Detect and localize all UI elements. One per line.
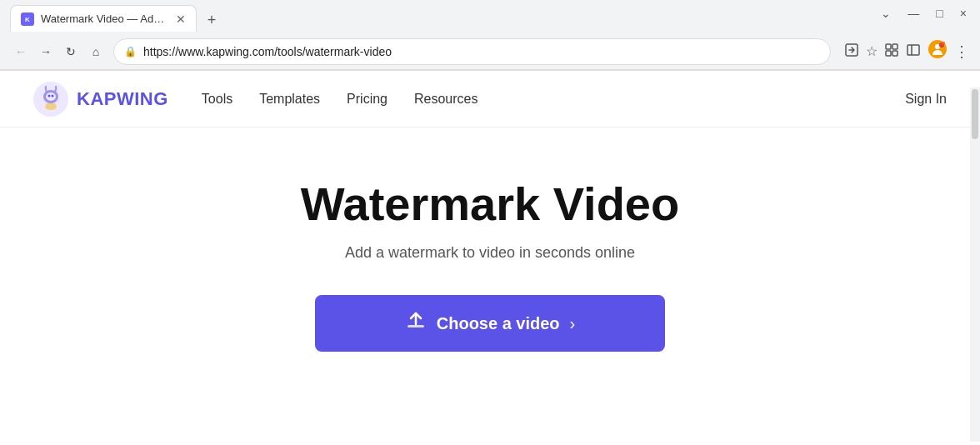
svg-rect-19 bbox=[408, 325, 424, 328]
tab-bar: K Watermark Video — Add Wat… ✕ + bbox=[7, 2, 223, 32]
new-tab-button[interactable]: + bbox=[200, 8, 223, 32]
upload-icon bbox=[405, 310, 427, 337]
svg-rect-7 bbox=[908, 45, 919, 55]
svg-point-17 bbox=[52, 94, 54, 97]
svg-rect-4 bbox=[892, 44, 898, 49]
hero-subtitle: Add a watermark to video in seconds onli… bbox=[345, 244, 635, 262]
tab-title: Watermark Video — Add Wat… bbox=[41, 12, 166, 25]
address-actions: ☆ bbox=[844, 39, 970, 63]
address-bar-row: ← → ↻ ⌂ 🔒 https://www.kapwing.com/tools/… bbox=[0, 33, 980, 70]
back-button[interactable]: ← bbox=[10, 41, 32, 62]
browser-titlebar: ⌄ — □ × K Watermark Video — Add Wat… ✕ + bbox=[0, 0, 980, 33]
logo-link[interactable]: KAPWING bbox=[33, 82, 168, 117]
svg-point-15 bbox=[46, 92, 56, 101]
close-button[interactable]: × bbox=[960, 7, 967, 20]
svg-rect-5 bbox=[886, 51, 891, 56]
extension-puzzle-icon[interactable] bbox=[884, 42, 899, 61]
maximize-button[interactable]: □ bbox=[936, 7, 942, 20]
browser-chrome: ⌄ — □ × K Watermark Video — Add Wat… ✕ +… bbox=[0, 0, 980, 71]
nav-buttons: ← → ↻ ⌂ bbox=[10, 41, 107, 62]
tab-favicon: K bbox=[21, 12, 34, 26]
chevron-right-icon: › bbox=[570, 314, 576, 333]
nav-links: Tools Templates Pricing Resources bbox=[202, 92, 478, 107]
home-button[interactable]: ⌂ bbox=[85, 41, 107, 62]
lock-icon: 🔒 bbox=[124, 46, 137, 58]
logo-text: KAPWING bbox=[77, 88, 168, 110]
bookmark-icon[interactable]: ☆ bbox=[866, 43, 878, 59]
nav-link-templates[interactable]: Templates bbox=[259, 92, 320, 107]
logo-icon bbox=[33, 82, 68, 117]
sidebar-icon[interactable] bbox=[906, 42, 921, 61]
svg-point-12 bbox=[942, 42, 945, 45]
svg-text:K: K bbox=[25, 16, 30, 23]
share-icon[interactable] bbox=[844, 42, 859, 61]
scrollbar-thumb[interactable] bbox=[972, 89, 978, 139]
svg-point-16 bbox=[48, 94, 51, 97]
navbar: KAPWING Tools Templates Pricing Resource… bbox=[0, 71, 980, 128]
chevron-down-icon[interactable]: ⌄ bbox=[881, 7, 891, 20]
tab-close-button[interactable]: ✕ bbox=[176, 12, 186, 26]
profile-avatar[interactable] bbox=[928, 39, 948, 63]
svg-rect-3 bbox=[886, 44, 891, 49]
cta-label: Choose a video bbox=[437, 314, 560, 333]
hero-title: Watermark Video bbox=[301, 178, 679, 231]
nav-link-resources[interactable]: Resources bbox=[414, 92, 478, 107]
active-tab[interactable]: K Watermark Video — Add Wat… ✕ bbox=[10, 5, 197, 32]
nav-link-tools[interactable]: Tools bbox=[202, 92, 232, 107]
reload-button[interactable]: ↻ bbox=[60, 41, 82, 62]
forward-button[interactable]: → bbox=[35, 41, 57, 62]
nav-link-pricing[interactable]: Pricing bbox=[347, 92, 388, 107]
svg-rect-6 bbox=[892, 51, 898, 56]
minimize-button[interactable]: — bbox=[908, 7, 919, 20]
page-content: KAPWING Tools Templates Pricing Resource… bbox=[0, 71, 980, 385]
scrollbar[interactable] bbox=[970, 88, 980, 442]
more-menu-button[interactable]: ⋮ bbox=[954, 42, 970, 61]
choose-video-button[interactable]: Choose a video › bbox=[315, 295, 665, 352]
signin-button[interactable]: Sign In bbox=[905, 92, 947, 107]
hero-section: Watermark Video Add a watermark to video… bbox=[0, 128, 980, 385]
url-text: https://www.kapwing.com/tools/watermark-… bbox=[143, 45, 820, 58]
address-bar[interactable]: 🔒 https://www.kapwing.com/tools/watermar… bbox=[113, 38, 831, 65]
